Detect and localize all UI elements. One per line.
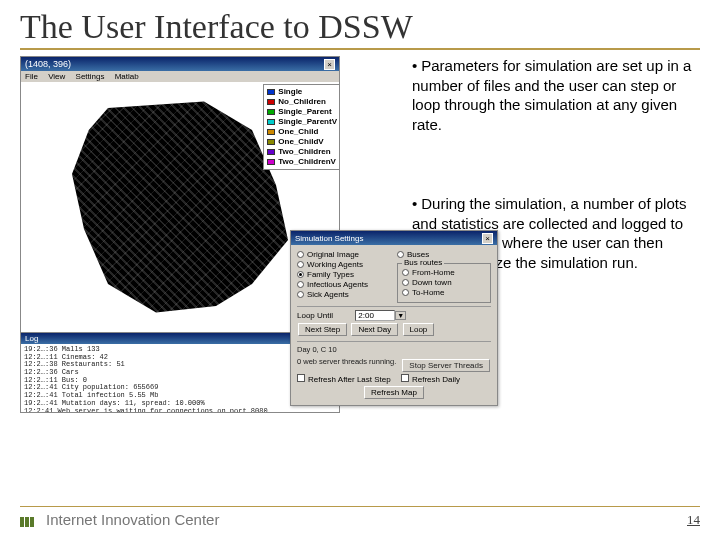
radio-label: Working Agents: [307, 260, 363, 269]
window-title: (1408, 396): [25, 59, 71, 69]
refresh-last-checkbox[interactable]: [297, 374, 305, 382]
legend-swatch: [267, 109, 275, 115]
page-number: 14: [687, 512, 700, 528]
legend-label: Single_ParentV: [278, 117, 337, 127]
status-threads: 0 web server threads running. Stop Serve…: [297, 357, 491, 366]
stop-threads-button[interactable]: Stop Server Threads: [402, 359, 490, 372]
legend-swatch: [267, 159, 275, 165]
radio-downtown[interactable]: Down town: [402, 278, 486, 287]
radio-label: Sick Agents: [307, 290, 349, 299]
menu-view[interactable]: View: [48, 72, 65, 81]
radio-label: To-Home: [412, 288, 444, 297]
display-mode-radio[interactable]: Original Image: [297, 250, 391, 259]
legend-item: Two_ChildrenV: [267, 157, 337, 167]
legend-label: Single_Parent: [278, 107, 331, 117]
radio-from-home[interactable]: From-Home: [402, 268, 486, 277]
legend-swatch: [267, 119, 275, 125]
bullet-1: •Parameters for simulation are set up in…: [412, 56, 692, 134]
radio-label: Original Image: [307, 250, 359, 259]
legend-item: No_Children: [267, 97, 337, 107]
legend-swatch: [267, 89, 275, 95]
refresh-daily-checkbox[interactable]: [401, 374, 409, 382]
status-thread-text: 0 web server threads running.: [297, 357, 396, 366]
menu-bar[interactable]: File View Settings Matlab: [21, 71, 339, 82]
bullet-1-text: Parameters for simulation are set up in …: [412, 57, 691, 133]
settings-dialog[interactable]: Simulation Settings × Original ImageWork…: [290, 230, 498, 406]
legend-item: One_ChildV: [267, 137, 337, 147]
legend-item: Single: [267, 87, 337, 97]
iic-logo-icon: [20, 513, 40, 527]
display-mode-radio[interactable]: Working Agents: [297, 260, 391, 269]
legend-item: Two_Children: [267, 147, 337, 157]
legend-label: One_Child: [278, 127, 318, 137]
radio-label: From-Home: [412, 268, 455, 277]
settings-title: Simulation Settings: [295, 234, 363, 243]
radio-label: Infectious Agents: [307, 280, 368, 289]
legend-swatch: [267, 139, 275, 145]
menu-file[interactable]: File: [25, 72, 38, 81]
loop-until-label: Loop Until: [297, 311, 333, 320]
legend-swatch: [267, 129, 275, 135]
menu-settings[interactable]: Settings: [76, 72, 105, 81]
legend-label: One_ChildV: [278, 137, 323, 147]
legend-item: Single_Parent: [267, 107, 337, 117]
checkbox-label: Refresh Daily: [412, 375, 460, 384]
radio-to-home[interactable]: To-Home: [402, 288, 486, 297]
footer-brand: Internet Innovation Center: [46, 511, 219, 528]
radio-label: Family Types: [307, 270, 354, 279]
next-day-button[interactable]: Next Day: [351, 323, 398, 336]
legend-swatch: [267, 149, 275, 155]
settings-titlebar[interactable]: Simulation Settings ×: [291, 231, 497, 245]
bullet-dot-icon: •: [412, 194, 417, 214]
bullet-dot-icon: •: [412, 56, 417, 76]
legend-label: No_Children: [278, 97, 326, 107]
dropdown-icon[interactable]: ▼: [395, 311, 406, 320]
radio-label: Down town: [412, 278, 452, 287]
next-step-button[interactable]: Next Step: [298, 323, 347, 336]
legend-label: Two_Children: [278, 147, 330, 157]
display-mode-radio[interactable]: Infectious Agents: [297, 280, 391, 289]
close-icon[interactable]: ×: [482, 233, 493, 244]
refresh-map-button[interactable]: Refresh Map: [364, 386, 424, 399]
legend-swatch: [267, 99, 275, 105]
bus-routes-group: Bus routes From-Home Down town To-Home: [397, 263, 491, 303]
close-icon[interactable]: ×: [324, 59, 335, 70]
status-day: Day 0, C 10: [297, 345, 491, 354]
checkbox-label: Refresh After Last Step: [308, 375, 391, 384]
window-titlebar[interactable]: (1408, 396) ×: [21, 57, 339, 71]
legend-item: One_Child: [267, 127, 337, 137]
log-line: 12:2:41 Web server is waiting for connec…: [24, 408, 336, 413]
legend-label: Single: [278, 87, 302, 97]
legend-label: Two_ChildrenV: [278, 157, 336, 167]
display-mode-radio[interactable]: Family Types: [297, 270, 391, 279]
menu-matlab[interactable]: Matlab: [115, 72, 139, 81]
loop-button[interactable]: Loop: [403, 323, 435, 336]
slide-title: The User Interface to DSSW: [20, 8, 700, 50]
group-label: Bus routes: [402, 258, 444, 267]
legend-item: Single_ParentV: [267, 117, 337, 127]
slide-footer: Internet Innovation Center 14: [20, 506, 700, 528]
display-mode-radio[interactable]: Sick Agents: [297, 290, 391, 299]
loop-until-field[interactable]: 2:00: [355, 310, 395, 321]
map-legend: SingleNo_ChildrenSingle_ParentSingle_Par…: [263, 84, 339, 170]
